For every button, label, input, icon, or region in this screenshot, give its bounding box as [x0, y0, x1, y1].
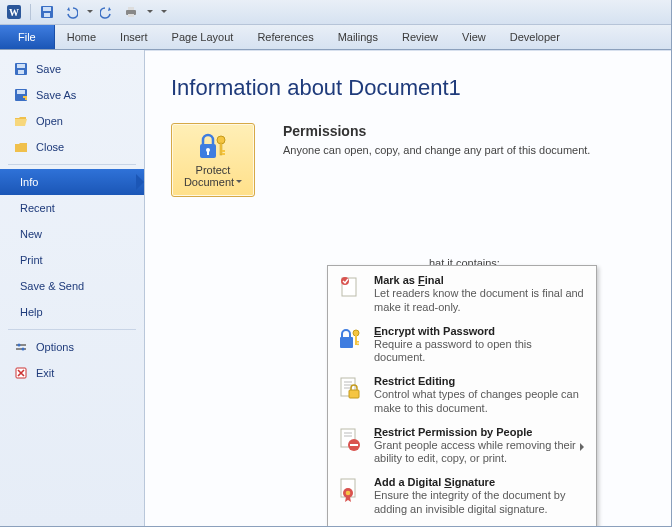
- permissions-description: Anyone can open, copy, and change any pa…: [283, 143, 590, 158]
- permissions-heading: Permissions: [283, 123, 590, 139]
- options-icon: [14, 340, 28, 354]
- svg-rect-29: [355, 335, 357, 345]
- encrypt-icon: [336, 325, 364, 353]
- svg-point-16: [22, 348, 25, 351]
- sidebar-item-label: Close: [36, 141, 64, 153]
- menu-item-desc: Control what types of changes people can…: [374, 388, 586, 416]
- restrict-editing-icon: [336, 375, 364, 403]
- app-window: { "ribbon": { "file": "File", "tabs": ["…: [0, 0, 672, 527]
- sidebar-item-label: Options: [36, 341, 74, 353]
- tab-developer[interactable]: Developer: [498, 25, 572, 49]
- menu-item-desc: Require a password to open this document…: [374, 338, 586, 366]
- undo-dropdown-icon[interactable]: [85, 6, 93, 18]
- undo-icon[interactable]: [61, 2, 81, 22]
- submenu-arrow-icon: [580, 443, 588, 451]
- menu-item-desc: Grant people access while removing their…: [374, 439, 586, 467]
- svg-rect-36: [349, 390, 359, 398]
- sidebar-item-save[interactable]: Save: [0, 56, 144, 82]
- sidebar-item-save-as[interactable]: Save As: [0, 82, 144, 108]
- sidebar-item-save-send[interactable]: Save & Send: [0, 273, 144, 299]
- svg-rect-41: [350, 444, 358, 446]
- sidebar-item-label: Help: [20, 306, 43, 318]
- menu-item-title: Add a Digital Signature: [374, 476, 586, 488]
- sidebar-item-options[interactable]: Options: [0, 334, 144, 360]
- lock-key-icon: [196, 132, 230, 162]
- save-icon: [14, 62, 28, 76]
- svg-rect-23: [222, 150, 225, 152]
- title-bar: W: [0, 0, 671, 25]
- folder-close-icon: [14, 140, 28, 154]
- backstage-sidebar: Save Save As Open Close Info Recent New …: [0, 50, 145, 527]
- tab-references[interactable]: References: [245, 25, 325, 49]
- svg-text:W: W: [9, 7, 19, 18]
- sidebar-item-label: Info: [20, 176, 38, 188]
- protect-document-menu: Mark as FinalLet readers know the docume…: [327, 265, 597, 527]
- menu-item-restrict-editing[interactable]: Restrict EditingControl what types of ch…: [330, 371, 594, 422]
- sidebar-item-open[interactable]: Open: [0, 108, 144, 134]
- tab-mailings[interactable]: Mailings: [326, 25, 390, 49]
- permissions-text: Permissions Anyone can open, copy, and c…: [283, 123, 590, 158]
- print-icon[interactable]: [121, 2, 141, 22]
- protect-document-label: Protect Document: [184, 164, 242, 188]
- folder-open-icon: [14, 114, 28, 128]
- tab-page-layout[interactable]: Page Layout: [160, 25, 246, 49]
- svg-rect-3: [43, 7, 51, 11]
- sidebar-item-exit[interactable]: Exit: [0, 360, 144, 386]
- svg-rect-30: [357, 341, 359, 343]
- menu-item-desc: Let readers know the document is final a…: [374, 287, 586, 315]
- tab-file[interactable]: File: [0, 25, 55, 49]
- permissions-row: Protect Document Permissions Anyone can …: [171, 123, 651, 197]
- backstage-body: Save Save As Open Close Info Recent New …: [0, 50, 671, 527]
- svg-rect-22: [220, 143, 222, 155]
- menu-item-title: Mark as Final: [374, 274, 586, 286]
- restrict-permission-icon: [336, 426, 364, 454]
- svg-rect-6: [128, 7, 134, 10]
- svg-rect-24: [222, 153, 225, 155]
- tab-review[interactable]: Review: [390, 25, 450, 49]
- tab-home[interactable]: Home: [55, 25, 108, 49]
- menu-item-encrypt-password[interactable]: Encrypt with PasswordRequire a password …: [330, 321, 594, 372]
- chevron-down-icon: [236, 180, 242, 186]
- svg-rect-10: [18, 70, 24, 74]
- svg-rect-9: [17, 64, 25, 68]
- svg-rect-31: [357, 343, 359, 345]
- sidebar-item-label: Print: [20, 254, 43, 266]
- menu-item-title: Restrict Editing: [374, 375, 586, 387]
- sidebar-item-label: Open: [36, 115, 63, 127]
- svg-rect-4: [44, 13, 50, 17]
- sidebar-separator: [8, 329, 136, 330]
- sidebar-item-help[interactable]: Help: [0, 299, 144, 325]
- sidebar-separator: [8, 164, 136, 165]
- menu-item-restrict-permission[interactable]: Restrict Permission by PeopleGrant peopl…: [330, 422, 594, 473]
- menu-item-title: Restrict Permission by People: [374, 426, 586, 438]
- svg-point-15: [18, 344, 21, 347]
- svg-rect-7: [128, 14, 134, 17]
- print-dropdown-icon[interactable]: [145, 6, 153, 18]
- sidebar-item-new[interactable]: New: [0, 221, 144, 247]
- word-app-icon[interactable]: W: [4, 2, 24, 22]
- menu-item-mark-final[interactable]: Mark as FinalLet readers know the docume…: [330, 270, 594, 321]
- redo-icon[interactable]: [97, 2, 117, 22]
- save-icon[interactable]: [37, 2, 57, 22]
- sidebar-item-print[interactable]: Print: [0, 247, 144, 273]
- page-title: Information about Document1: [171, 75, 651, 101]
- sidebar-item-label: Save As: [36, 89, 76, 101]
- sidebar-item-label: Exit: [36, 367, 54, 379]
- backstage-content: Information about Document1 Protect Docu…: [145, 50, 671, 527]
- tab-insert[interactable]: Insert: [108, 25, 160, 49]
- qat-customize-icon[interactable]: [159, 6, 167, 18]
- svg-rect-20: [207, 151, 209, 155]
- sidebar-item-info[interactable]: Info: [0, 169, 144, 195]
- sidebar-item-label: Recent: [20, 202, 55, 214]
- menu-item-title: Encrypt with Password: [374, 325, 586, 337]
- sidebar-item-close[interactable]: Close: [0, 134, 144, 160]
- mark-final-icon: [336, 274, 364, 302]
- sidebar-item-label: Save: [36, 63, 61, 75]
- menu-item-digital-signature[interactable]: Add a Digital SignatureEnsure the integr…: [330, 472, 594, 523]
- tab-view[interactable]: View: [450, 25, 498, 49]
- qat-separator: [30, 4, 31, 20]
- protect-document-button[interactable]: Protect Document: [171, 123, 255, 197]
- ribbon-tabs: File Home Insert Page Layout References …: [0, 25, 671, 50]
- sidebar-item-recent[interactable]: Recent: [0, 195, 144, 221]
- svg-point-44: [346, 491, 351, 496]
